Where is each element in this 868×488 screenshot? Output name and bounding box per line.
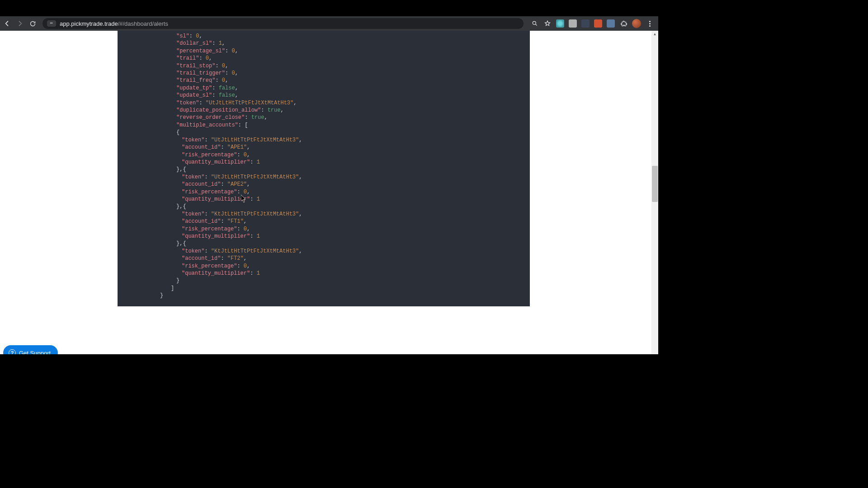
extensions-puzzle-icon[interactable] — [619, 19, 627, 28]
code-line: "reverse_order_close": true, — [118, 114, 530, 121]
code-block[interactable]: "sl": 0, "dollar_sl": 1, "percentage_sl"… — [118, 31, 530, 306]
code-line: "token": "UtJtLtHtTtPtFtJtXtMtAtHt3", — [118, 174, 530, 181]
code-line: },{ — [118, 166, 530, 173]
scroll-up-arrow[interactable]: ▲ — [651, 31, 658, 38]
code-line: "percentage_sl": 0, — [118, 47, 530, 55]
code-line: "risk_percentage": 0, — [118, 151, 530, 159]
extension-icon-4[interactable] — [594, 19, 602, 28]
code-line: "quantity_multiplier": 1 — [118, 233, 530, 240]
extension-icon-1[interactable] — [556, 19, 564, 28]
code-line: { — [118, 129, 530, 136]
svg-point-2 — [533, 21, 536, 24]
code-line: "account_id": "APE2", — [118, 181, 530, 188]
code-line: "multiple_accounts": [ — [118, 122, 530, 129]
code-line: "trail_stop": 0, — [118, 62, 530, 70]
code-line: },{ — [118, 203, 530, 210]
code-line: "quantity_multiplier": 1 — [118, 196, 530, 203]
zoom-icon[interactable] — [531, 19, 539, 28]
code-line: "update_tp": false, — [118, 84, 530, 92]
extension-icon-3[interactable] — [581, 19, 590, 28]
browser-tabstrip — [0, 0, 658, 16]
code-line: "account_id": "FT1", — [118, 218, 530, 225]
code-line: "trail_freq": 0, — [118, 77, 530, 84]
svg-point-0 — [50, 23, 51, 23]
site-info-icon[interactable] — [47, 20, 56, 27]
code-line: "trail": 0, — [118, 55, 530, 62]
code-line: "token": "KtJtLtHtTtPtFtJtXtMtAtHt3", — [118, 248, 530, 255]
browser-menu-icon[interactable] — [646, 19, 654, 28]
code-line: "duplicate_position_allow": true, — [118, 107, 530, 114]
code-line: "account_id": "APE1", — [118, 144, 530, 151]
vertical-scrollbar[interactable]: ▲ ▼ — [651, 31, 658, 369]
code-line: "risk_percentage": 0, — [118, 188, 530, 196]
code-line: ] — [118, 285, 530, 292]
code-line: } — [118, 292, 530, 299]
extension-icon-5[interactable] — [607, 19, 615, 28]
code-line: "update_sl": false, — [118, 92, 530, 99]
code-line: "token": "UtJtLtHtTtPtFtJtXtMtAtHt3", — [118, 99, 530, 107]
page-content: ▲ ▼ "sl": 0, "dollar_sl": 1, "percentage… — [0, 31, 658, 369]
extension-icon-2[interactable] — [569, 19, 577, 28]
profile-avatar[interactable] — [632, 19, 641, 28]
code-line: "risk_percentage": 0, — [118, 263, 530, 270]
code-line: "token": "UtJtLtHtTtPtFtJtXtMtAtHt3", — [118, 136, 530, 144]
reload-button[interactable] — [28, 19, 37, 28]
browser-toolbar: app.pickmytrade.trade/#/dashboard/alerts — [0, 16, 658, 31]
toolbar-right — [529, 19, 656, 28]
address-bar[interactable]: app.pickmytrade.trade/#/dashboard/alerts — [42, 18, 524, 29]
code-line: "trail_trigger": 0, — [118, 70, 530, 77]
code-line: "quantity_multiplier": 1 — [118, 159, 530, 166]
bookmark-icon[interactable] — [543, 19, 552, 28]
code-line: } — [118, 277, 530, 284]
code-line: },{ — [118, 240, 530, 247]
code-line: "quantity_multiplier": 1 — [118, 270, 530, 277]
code-line: "sl": 0, — [118, 33, 530, 40]
code-line: "dollar_sl": 1, — [118, 40, 530, 47]
code-line: "token": "KtJtLtHtTtPtFtJtXtMtAtHt3", — [118, 211, 530, 218]
code-line: "risk_percentage": 0, — [118, 225, 530, 233]
back-button[interactable] — [3, 19, 12, 28]
code-line: "account_id": "FT2", — [118, 255, 530, 262]
url-display: app.pickmytrade.trade/#/dashboard/alerts — [60, 20, 168, 27]
window-bottom-border — [0, 354, 658, 369]
forward-button[interactable] — [15, 19, 24, 28]
svg-point-1 — [52, 23, 52, 23]
scrollbar-thumb[interactable] — [652, 166, 658, 202]
